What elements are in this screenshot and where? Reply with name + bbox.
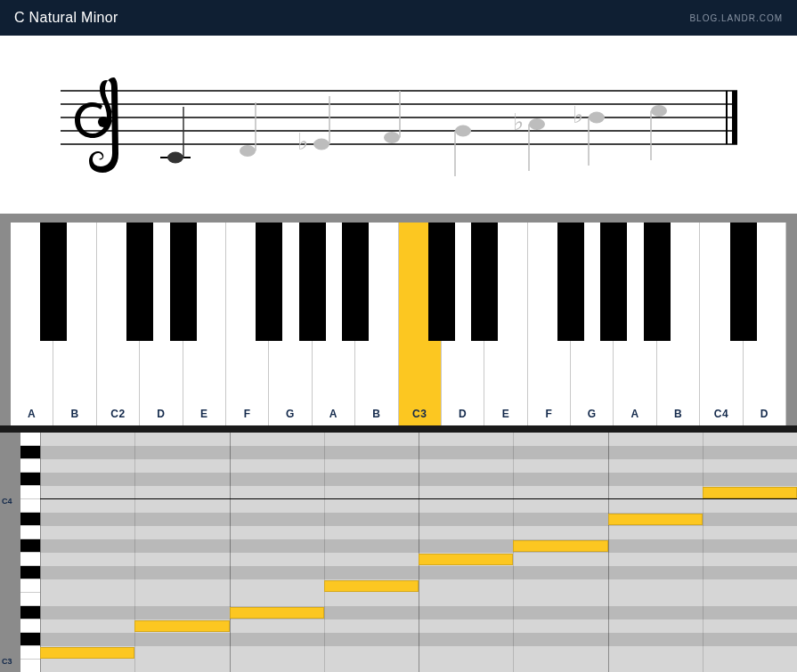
svg-text:♭: ♭ (513, 109, 524, 135)
roll-divider (0, 425, 797, 433)
mini-key-e4 (20, 433, 40, 446)
music-staff: ♭ ♭ ♭ (61, 71, 737, 187)
black-key[interactable] (40, 223, 67, 341)
key-label: G (286, 408, 295, 420)
header: C Natural Minor BLOG.LANDR.COM (0, 0, 797, 36)
grid-column-line (419, 433, 419, 672)
octave-label: C3 (2, 657, 12, 666)
piano-keyboard[interactable]: ABC2DEFGABC3DEFGABC4D (11, 223, 786, 425)
key-label: A (631, 408, 639, 420)
mini-key-eb4 (20, 446, 40, 459)
mini-keyboard (20, 433, 40, 672)
mini-key-eb3 (20, 606, 40, 619)
key-label: F (545, 408, 552, 420)
piano-roll-gutter: C4C3 (0, 433, 40, 672)
key-label: D (459, 408, 467, 420)
grid-column-line (134, 433, 135, 672)
key-label: D (760, 408, 769, 420)
key-label: E (502, 408, 510, 420)
note-bb3 (589, 112, 605, 124)
midi-note[interactable] (513, 540, 607, 552)
midi-note[interactable] (324, 580, 419, 592)
black-key[interactable] (644, 223, 671, 341)
key-label: A (28, 408, 36, 420)
black-key[interactable] (126, 223, 153, 341)
keyboard-panel: ABC2DEFGABC3DEFGABC4D (0, 214, 797, 425)
mini-key-d3 (20, 619, 40, 633)
mini-key-b2 (20, 660, 40, 672)
black-key[interactable] (557, 223, 584, 341)
grid-column-line (513, 433, 514, 672)
mini-key-d4 (20, 459, 40, 473)
mini-key-a3 (20, 526, 40, 539)
midi-note[interactable] (40, 647, 134, 659)
mini-key-ab3 (20, 539, 40, 553)
svg-text:♭: ♭ (573, 101, 583, 128)
key-label: B (674, 408, 682, 420)
c4-line (40, 498, 797, 499)
key-label: B (71, 408, 79, 420)
key-label: B (372, 408, 380, 420)
svg-point-7 (98, 117, 109, 127)
midi-note[interactable] (134, 620, 229, 632)
black-key[interactable] (428, 223, 455, 341)
black-key[interactable] (471, 223, 498, 341)
note-g3 (455, 125, 471, 137)
staff-panel: ♭ ♭ ♭ (0, 36, 797, 214)
mini-key-db4 (20, 473, 40, 486)
piano-roll-grid[interactable] (40, 433, 797, 672)
grid-column-line (324, 433, 325, 672)
black-key[interactable] (170, 223, 197, 341)
key-label: G (588, 408, 597, 420)
grid-column-line (608, 433, 609, 672)
page-title: C Natural Minor (14, 10, 118, 26)
note-eb3 (313, 139, 329, 150)
mini-key-bb3 (20, 513, 40, 526)
octave-label: C4 (2, 497, 12, 506)
key-label: F (244, 408, 251, 420)
mini-key-gb3 (20, 566, 40, 579)
note-c3 (167, 152, 183, 164)
black-key[interactable] (342, 223, 369, 341)
mini-key-g3 (20, 553, 40, 566)
key-label: E (200, 408, 208, 420)
note-ab3 (529, 118, 545, 130)
svg-rect-6 (732, 91, 737, 144)
piano-roll-panel: C4C3 (0, 433, 797, 672)
black-key[interactable] (299, 223, 326, 341)
key-label: A (329, 408, 338, 420)
treble-clef-icon (75, 77, 118, 173)
key-label: C2 (110, 408, 125, 420)
mini-key-f3 (20, 579, 40, 593)
note-c4 (651, 105, 667, 117)
grid-column-line (40, 433, 41, 672)
black-key[interactable] (730, 223, 757, 341)
staff-svg: ♭ ♭ ♭ (61, 71, 737, 187)
grid-column-line (703, 433, 703, 672)
mini-key-c3 (20, 646, 40, 660)
key-label: C4 (714, 408, 728, 420)
black-key[interactable] (600, 223, 627, 341)
midi-note[interactable] (419, 554, 513, 565)
mini-key-db3 (20, 633, 40, 646)
midi-note[interactable] (703, 487, 797, 498)
mini-key-b3 (20, 499, 40, 513)
grid-column-line (230, 433, 231, 672)
svg-text:♭: ♭ (297, 128, 308, 155)
key-label: D (157, 408, 165, 420)
midi-note[interactable] (230, 607, 324, 619)
midi-note[interactable] (608, 514, 703, 525)
note-f3 (384, 132, 400, 143)
mini-key-e3 (20, 593, 40, 606)
source-label: BLOG.LANDR.COM (689, 13, 783, 23)
mini-key-c4 (20, 486, 40, 499)
note-d3 (240, 145, 256, 157)
key-label: C3 (412, 408, 427, 420)
black-key[interactable] (256, 223, 282, 341)
